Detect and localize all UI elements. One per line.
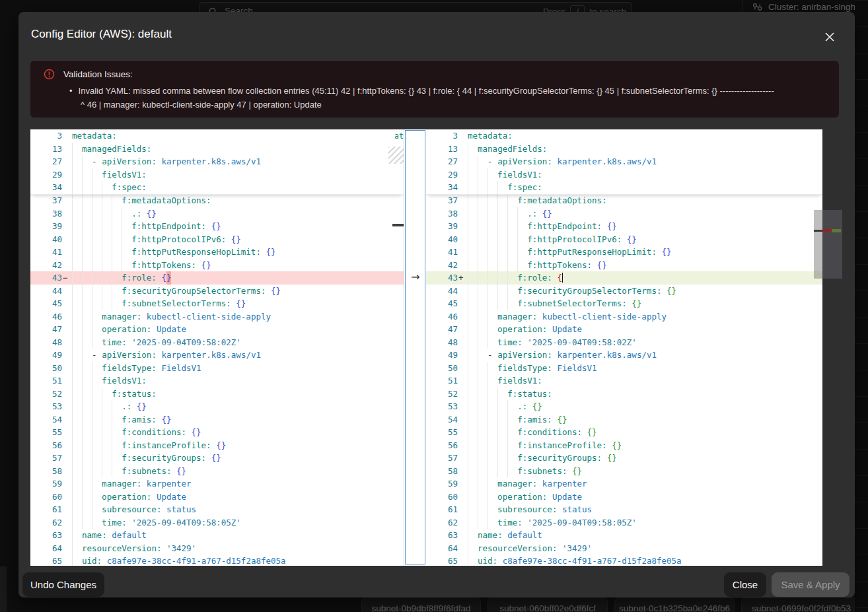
code-line-65[interactable]: 65uid: c8afe97e-38cc-4f91-a767-d15f2a8fe… xyxy=(30,555,404,566)
code-line-38[interactable]: 38.: {} xyxy=(426,207,822,221)
code-line-27[interactable]: 27- apiVersion: karpenter.k8s.aws/v1 xyxy=(30,155,404,168)
code-token: f:httpPutResponseHopLimit: xyxy=(527,246,657,259)
diff-modified-pane[interactable]: 37f:metadataOptions:38.: {}39f:httpEndpo… xyxy=(426,129,822,566)
code-line-43[interactable]: 43+f:role: { xyxy=(426,271,822,285)
line-number: 64 xyxy=(30,542,62,555)
code-line-51[interactable]: 51fieldsV1: xyxy=(30,374,404,388)
code-line-63[interactable]: 63name: default xyxy=(30,529,404,542)
code-line-41[interactable]: 41f:httpPutResponseHopLimit: {} xyxy=(426,246,822,259)
code-line-29[interactable]: 29fieldsV1: xyxy=(30,168,404,182)
code-line-46[interactable]: 46manager: kubectl-client-side-apply xyxy=(426,310,822,323)
code-line-34[interactable]: 34f:spec: xyxy=(30,181,404,194)
code-line-29[interactable]: 29fieldsV1: xyxy=(426,168,822,182)
code-line-45[interactable]: 45f:subnetSelectorTerms: {} xyxy=(30,297,404,310)
fullscreen-toggle-button[interactable] xyxy=(793,28,810,46)
diff-sash[interactable] xyxy=(404,129,427,566)
close-icon[interactable] xyxy=(821,28,838,46)
code-line-56[interactable]: 56f:instanceProfile: {} xyxy=(30,439,404,452)
code-line-40[interactable]: 40f:httpProtocolIPv6: {} xyxy=(30,233,404,246)
code-line-61[interactable]: 61subresource: status xyxy=(30,503,404,516)
close-button[interactable]: Close xyxy=(724,572,766,597)
code-line-53[interactable]: 53.: {} xyxy=(30,400,404,413)
code-token xyxy=(157,349,162,362)
code-line-61[interactable]: 61subresource: status xyxy=(426,503,822,516)
code-line-3[interactable]: 3metadata: xyxy=(30,129,404,143)
code-line-3[interactable]: 3metadata: xyxy=(426,129,822,143)
indent-guides xyxy=(468,168,497,182)
code-line-58[interactable]: 58f:subnets: {} xyxy=(426,465,822,478)
code-line-55[interactable]: 55f:conditions: {} xyxy=(426,426,822,439)
code-line-37[interactable]: 37f:metadataOptions: xyxy=(30,194,404,207)
code-line-65[interactable]: 65uid: c8afe97e-38cc-4f91-a767-d15f2a8fe… xyxy=(426,555,822,566)
save-apply-button[interactable]: Save & Apply xyxy=(772,572,850,597)
vertical-scrollbar-slider[interactable] xyxy=(814,210,822,279)
code-token: fieldsV1: xyxy=(102,374,147,388)
code-line-37[interactable]: 37f:metadataOptions: xyxy=(426,194,822,207)
code-token xyxy=(186,426,192,439)
code-line-50[interactable]: 50fieldsType: FieldsV1 xyxy=(30,362,404,375)
code-line-47[interactable]: 47operation: Update xyxy=(426,323,822,336)
code-line-13[interactable]: 13managedFields: xyxy=(426,143,822,156)
code-line-50[interactable]: 50fieldsType: FieldsV1 xyxy=(426,362,822,375)
line-number: 42 xyxy=(426,259,458,272)
code-line-54[interactable]: 54f:amis: {} xyxy=(426,413,822,426)
code-token: f:subnetSelectorTerms: xyxy=(517,297,627,310)
code-line-55[interactable]: 55f:conditions: {} xyxy=(30,426,404,439)
code-token: f:spec: xyxy=(112,181,147,194)
line-number: 54 xyxy=(30,413,62,426)
code-line-13[interactable]: 13managedFields: xyxy=(30,143,404,156)
code-line-52[interactable]: 52f:status: xyxy=(30,388,404,401)
code-line-56[interactable]: 56f:instanceProfile: {} xyxy=(426,439,822,452)
code-token: operation: xyxy=(102,491,151,504)
code-line-43[interactable]: 43−f:role: {} xyxy=(30,271,404,285)
code-line-60[interactable]: 60operation: Update xyxy=(30,491,404,504)
indent-guides xyxy=(72,194,122,207)
diff-original-pane[interactable]: 37f:metadataOptions:38.: {}39f:httpEndpo… xyxy=(30,129,404,566)
code-line-57[interactable]: 57f:securityGroups: {} xyxy=(426,452,822,465)
code-line-58[interactable]: 58f:subnets: {} xyxy=(30,465,404,478)
code-line-48[interactable]: 48time: '2025-09-04T09:58:02Z' xyxy=(426,336,822,349)
code-token: f:role: xyxy=(517,271,552,285)
code-line-62[interactable]: 62time: '2025-09-04T09:58:05Z' xyxy=(426,516,822,529)
apply-change-arrow-icon[interactable]: → xyxy=(408,271,423,284)
text-cursor xyxy=(562,273,563,283)
code-line-48[interactable]: 48time: '2025-09-04T09:58:02Z' xyxy=(30,336,404,349)
code-line-27[interactable]: 27- apiVersion: karpenter.k8s.aws/v1 xyxy=(426,155,822,168)
indent-guides xyxy=(468,503,497,516)
code-token: f:httpEndpoint: xyxy=(527,220,602,233)
code-line-60[interactable]: 60operation: Update xyxy=(426,491,822,504)
code-line-52[interactable]: 52f:status: xyxy=(426,388,822,401)
code-line-44[interactable]: 44f:securityGroupSelectorTerms: {} xyxy=(30,285,404,298)
indent-guides xyxy=(468,194,517,207)
code-line-38[interactable]: 38.: {} xyxy=(30,207,404,221)
code-token xyxy=(211,439,217,452)
code-line-39[interactable]: 39f:httpEndpoint: {} xyxy=(30,220,404,233)
code-line-49[interactable]: 49- apiVersion: karpenter.k8s.aws/v1 xyxy=(30,349,404,362)
code-line-40[interactable]: 40f:httpProtocolIPv6: {} xyxy=(426,233,822,246)
diff-sign xyxy=(62,374,72,388)
code-line-47[interactable]: 47operation: Update xyxy=(30,323,404,336)
code-line-51[interactable]: 51fieldsV1: xyxy=(426,374,822,388)
code-line-63[interactable]: 63name: default xyxy=(426,529,822,542)
code-line-62[interactable]: 62time: '2025-09-04T09:58:05Z' xyxy=(30,516,404,529)
code-line-39[interactable]: 39f:httpEndpoint: {} xyxy=(426,220,822,233)
code-line-42[interactable]: 42f:httpTokens: {} xyxy=(30,259,404,272)
code-line-54[interactable]: 54f:amis: {} xyxy=(30,413,404,426)
code-line-41[interactable]: 41f:httpPutResponseHopLimit: {} xyxy=(30,246,404,259)
code-line-46[interactable]: 46manager: kubectl-client-side-apply xyxy=(30,310,404,323)
code-line-42[interactable]: 42f:httpTokens: {} xyxy=(426,259,822,272)
code-line-64[interactable]: 64resourceVersion: '3429' xyxy=(30,542,404,555)
line-number: 34 xyxy=(426,181,458,194)
code-line-59[interactable]: 59manager: karpenter xyxy=(30,477,404,491)
code-line-64[interactable]: 64resourceVersion: '3429' xyxy=(426,542,822,555)
code-token: f:subnets: xyxy=(517,465,567,478)
line-number: 44 xyxy=(30,285,62,298)
code-line-59[interactable]: 59manager: karpenter xyxy=(426,477,822,491)
code-line-45[interactable]: 45f:subnetSelectorTerms: {} xyxy=(426,297,822,310)
code-line-49[interactable]: 49- apiVersion: karpenter.k8s.aws/v1 xyxy=(426,349,822,362)
code-line-34[interactable]: 34f:spec: xyxy=(426,181,822,194)
code-line-44[interactable]: 44f:securityGroupSelectorTerms: {} xyxy=(426,285,822,298)
undo-changes-button[interactable]: Undo Changes xyxy=(22,572,104,597)
code-line-53[interactable]: 53.: {} xyxy=(426,400,822,413)
code-line-57[interactable]: 57f:securityGroups: {} xyxy=(30,452,404,465)
